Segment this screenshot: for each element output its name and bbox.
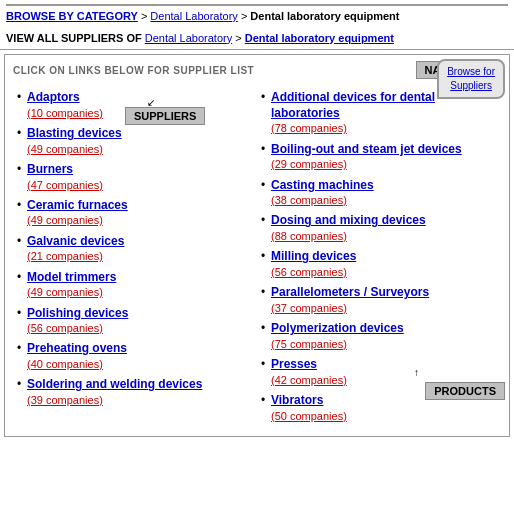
company-count-parallelometers[interactable]: (37 companies) [271, 301, 497, 315]
breadcrumb-separator2: > [241, 10, 250, 22]
category-link-polymerization[interactable]: Polymerization devices [271, 321, 497, 337]
category-link-polishing[interactable]: Polishing devices [27, 306, 253, 322]
list-item: Dosing and mixing devices (88 companies) [257, 210, 501, 246]
list-item: Polishing devices (56 companies) [13, 303, 257, 339]
company-count-model[interactable]: (49 companies) [27, 285, 253, 299]
list-item: Adaptors (10 companies) [13, 87, 257, 123]
category-link-adaptors[interactable]: Adaptors [27, 90, 253, 106]
list-item: Blasting devices (49 companies) [13, 123, 257, 159]
breadcrumb-dental-lab[interactable]: Dental Laboratory [150, 10, 237, 22]
list-item: Additional devices for dental laboratori… [257, 87, 501, 138]
right-column: Additional devices for dental laboratori… [257, 87, 501, 426]
breadcrumb-separator1: > [141, 10, 150, 22]
company-count-polishing[interactable]: (56 companies) [27, 321, 253, 335]
view-all-separator1: > [235, 32, 244, 44]
list-item: Preheating ovens (40 companies) [13, 338, 257, 374]
view-all-dental-lab-equipment[interactable]: Dental laboratory equipment [245, 32, 394, 44]
list-item: Casting machines (38 companies) [257, 175, 501, 211]
company-count-polymerization[interactable]: (75 companies) [271, 337, 497, 351]
category-link-preheating[interactable]: Preheating ovens [27, 341, 253, 357]
company-count-additional[interactable]: (78 companies) [271, 121, 497, 135]
list-item: Burners (47 companies) [13, 159, 257, 195]
category-link-ceramic[interactable]: Ceramic furnaces [27, 198, 253, 214]
company-count-vibrators[interactable]: (50 companies) [271, 409, 497, 423]
category-link-blasting[interactable]: Blasting devices [27, 126, 253, 142]
category-link-model[interactable]: Model trimmers [27, 270, 253, 286]
breadcrumb-area: BROWSE BY CATEGORY > Dental Laboratory >… [0, 0, 514, 50]
category-link-casting[interactable]: Casting machines [271, 178, 497, 194]
categories-grid: Adaptors (10 companies) Blasting devices… [13, 87, 501, 426]
list-item: Ceramic furnaces (49 companies) [13, 195, 257, 231]
category-link-dosing[interactable]: Dosing and mixing devices [271, 213, 497, 229]
products-arrow: ↑ [414, 367, 419, 378]
company-count-burners[interactable]: (47 companies) [27, 178, 253, 192]
category-link-parallelometers[interactable]: Parallelometers / Surveyors [271, 285, 497, 301]
view-all-prefix: VIEW ALL SUPPLIERS OF [6, 32, 142, 44]
category-link-additional[interactable]: Additional devices for dental laboratori… [271, 90, 497, 121]
category-link-presses[interactable]: Presses [271, 357, 497, 373]
list-item: Boiling-out and steam jet devices (29 co… [257, 139, 501, 175]
company-count-milling[interactable]: (56 companies) [271, 265, 497, 279]
breadcrumb-dental-lab-equipment: Dental laboratory equipment [250, 10, 399, 22]
company-count-boiling[interactable]: (29 companies) [271, 157, 497, 171]
company-count-galvanic[interactable]: (21 companies) [27, 249, 253, 263]
list-item: Model trimmers (49 companies) [13, 267, 257, 303]
category-link-boiling[interactable]: Boiling-out and steam jet devices [271, 142, 497, 158]
products-callout: PRODUCTS [425, 382, 505, 400]
company-count-preheating[interactable]: (40 companies) [27, 357, 253, 371]
list-item: Milling devices (56 companies) [257, 246, 501, 282]
list-item: Parallelometers / Surveyors (37 companie… [257, 282, 501, 318]
category-link-galvanic[interactable]: Galvanic devices [27, 234, 253, 250]
list-item: Soldering and welding devices (39 compan… [13, 374, 257, 410]
view-all-dental-lab[interactable]: Dental Laboratory [145, 32, 232, 44]
left-column: Adaptors (10 companies) Blasting devices… [13, 87, 257, 426]
click-on-links-text: CLICK ON LINKS BELOW FOR SUPPLIER LIST [13, 65, 254, 76]
company-count-blasting[interactable]: (49 companies) [27, 142, 253, 156]
category-link-soldering[interactable]: Soldering and welding devices [27, 377, 253, 393]
category-link-burners[interactable]: Burners [27, 162, 253, 178]
company-count-adaptors[interactable]: (10 companies) [27, 106, 253, 120]
company-count-casting[interactable]: (38 companies) [271, 193, 497, 207]
list-item: Polymerization devices (75 companies) [257, 318, 501, 354]
company-count-dosing[interactable]: (88 companies) [271, 229, 497, 243]
browse-by-category-label: BROWSE BY CATEGORY [6, 10, 138, 22]
main-container: Browse forSuppliers CLICK ON LINKS BELOW… [4, 54, 510, 437]
list-item: Galvanic devices (21 companies) [13, 231, 257, 267]
header-row: CLICK ON LINKS BELOW FOR SUPPLIER LIST N… [13, 61, 501, 79]
category-link-milling[interactable]: Milling devices [271, 249, 497, 265]
company-count-ceramic[interactable]: (49 companies) [27, 213, 253, 227]
company-count-soldering[interactable]: (39 companies) [27, 393, 253, 407]
